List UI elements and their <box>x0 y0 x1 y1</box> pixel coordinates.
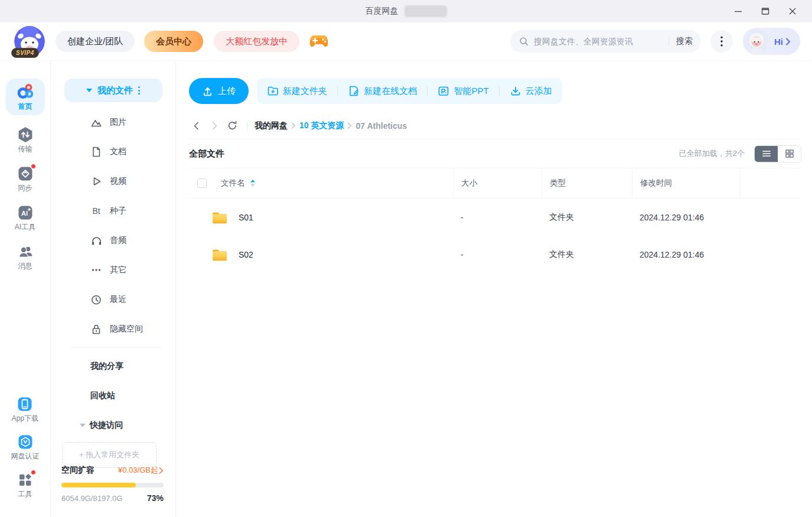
new-doc-icon <box>348 85 360 97</box>
red-packet-button[interactable]: 大额红包发放中 <box>214 31 299 52</box>
file-size: - <box>453 236 542 273</box>
sidebar-item-hidden-space[interactable]: 隐藏空间 <box>51 314 175 344</box>
column-name[interactable]: 文件名 <box>221 178 245 188</box>
upload-label: 上传 <box>218 86 236 97</box>
drop-folder-zone[interactable]: + 拖入常用文件夹 <box>62 442 156 468</box>
rail-item-tools[interactable]: 工具 <box>18 472 33 499</box>
rail-item-app-download[interactable]: App下载 <box>12 396 38 424</box>
user-avatar[interactable]: SVIP4 <box>14 26 45 57</box>
new-online-doc-label: 新建在线文档 <box>364 86 417 97</box>
greeting-text: Hi <box>774 37 783 47</box>
cloud-add-button[interactable]: 云添加 <box>510 85 552 97</box>
sidebar-item-other[interactable]: 其它 <box>51 255 175 285</box>
my-files-more-icon[interactable] <box>138 86 140 95</box>
sidebar-item-torrents[interactable]: Bt 种子 <box>51 196 175 226</box>
sidebar-item-my-share[interactable]: 我的分享 <box>51 352 175 381</box>
sidebar-item-recycle-bin[interactable]: 回收站 <box>51 381 175 411</box>
search-input[interactable] <box>534 37 661 46</box>
sidebar-item-my-files[interactable]: 我的文件 <box>64 79 162 102</box>
rail-item-sync[interactable]: 同步 <box>18 166 33 193</box>
toolbar: 上传 新建文件夹 <box>189 78 801 104</box>
search-button[interactable]: 搜索 <box>676 36 693 47</box>
table-row[interactable]: S01 - 文件夹 2024.12.29 01:46 <box>189 199 801 236</box>
table-row[interactable]: S02 - 文件夹 2024.12.29 01:46 <box>189 236 801 273</box>
titlebar[interactable]: 百度网盘 <box>0 0 812 22</box>
window-controls <box>725 0 806 22</box>
back-button[interactable] <box>189 118 204 134</box>
account-pill[interactable]: Hi <box>742 28 800 55</box>
storage-progress-fill <box>61 483 136 487</box>
maximize-button[interactable] <box>752 0 779 22</box>
member-center-button[interactable]: 会员中心 <box>144 31 203 52</box>
breadcrumb-row: 我的网盘 10 英文资源 07 Athleticus <box>189 112 801 139</box>
more-menu-button[interactable] <box>710 30 733 53</box>
ellipsis-icon <box>90 264 102 276</box>
refresh-icon <box>227 120 238 131</box>
new-folder-button[interactable]: 新建文件夹 <box>267 85 327 97</box>
tools-notification-dot <box>31 470 36 475</box>
sort-icon[interactable] <box>250 179 256 187</box>
column-size[interactable]: 大小 <box>453 168 542 198</box>
quick-access-header[interactable]: 快捷访问 <box>51 411 175 440</box>
smart-ppt-button[interactable]: 智能PPT <box>438 85 488 97</box>
forward-button[interactable] <box>207 118 222 134</box>
storage-progress-track <box>61 483 164 487</box>
column-modified[interactable]: 修改时间 <box>632 168 740 198</box>
close-button[interactable] <box>779 0 806 22</box>
search-bar[interactable]: 搜索 <box>510 30 701 53</box>
file-modified: 2024.12.29 01:46 <box>632 236 740 273</box>
kebab-menu-icon <box>720 36 723 47</box>
rail-item-messages[interactable]: 消息 <box>18 244 33 271</box>
rail-label-app-download: App下载 <box>12 414 38 424</box>
folder-icon <box>211 248 228 262</box>
ai-tools-icon: AI <box>18 205 33 220</box>
refresh-button[interactable] <box>224 118 240 134</box>
column-blank <box>740 168 801 198</box>
breadcrumb-separator-icon <box>347 122 352 129</box>
category-list: 图片 文档 视频 Bt 种子 <box>51 108 175 344</box>
list-view-button[interactable] <box>755 146 778 162</box>
file-size: - <box>453 199 542 236</box>
window-title: 百度网盘 <box>366 6 399 17</box>
storage-upgrade-link[interactable]: ¥0.03/GB起 <box>118 465 164 476</box>
select-all-checkbox[interactable] <box>197 178 207 188</box>
breadcrumb-item-root[interactable]: 我的网盘 <box>255 121 288 131</box>
category-label: 文档 <box>110 147 126 157</box>
search-divider <box>668 37 669 46</box>
maximize-icon <box>761 7 769 15</box>
sidebar-item-audio[interactable]: 音频 <box>51 226 175 255</box>
file-name: S02 <box>239 250 253 259</box>
new-online-doc-button[interactable]: 新建在线文档 <box>348 85 417 97</box>
category-label: 种子 <box>110 206 126 216</box>
action-separator <box>337 86 338 96</box>
rail-label-sync: 同步 <box>18 183 32 193</box>
grid-view-icon <box>785 149 794 158</box>
breadcrumb-item-parent[interactable]: 10 英文资源 <box>299 121 344 131</box>
chevron-left-icon <box>191 121 202 131</box>
game-center-button[interactable] <box>309 32 329 50</box>
sidebar-item-recent[interactable]: 最近 <box>51 285 175 314</box>
smart-ppt-label: 智能PPT <box>454 86 488 97</box>
breadcrumb-item-current: 07 Athleticus <box>356 121 407 131</box>
rail-label-messages: 消息 <box>18 261 32 271</box>
create-team-button[interactable]: 创建企业/团队 <box>56 31 135 52</box>
upload-button[interactable]: 上传 <box>189 78 249 104</box>
column-type[interactable]: 类型 <box>542 168 632 198</box>
cloud-add-icon <box>510 85 521 97</box>
grid-view-button[interactable] <box>778 146 801 162</box>
rail-item-home[interactable]: 首页 <box>6 79 45 115</box>
sidebar-item-videos[interactable]: 视频 <box>51 167 175 196</box>
load-status-text: 已全部加载，共2个 <box>679 148 745 159</box>
category-label: 音频 <box>110 235 126 246</box>
rail-item-certification[interactable]: 网盘认证 <box>11 434 40 461</box>
rail-item-transfer[interactable]: 传输 <box>18 127 33 154</box>
list-view-icon <box>762 150 771 157</box>
rail-label-ai-tools: AI工具 <box>15 222 35 232</box>
bt-icon: Bt <box>90 206 102 216</box>
sidebar-item-images[interactable]: 图片 <box>51 108 175 137</box>
minimize-button[interactable] <box>725 0 752 22</box>
rail-bottom-group: App下载 网盘认证 <box>11 396 40 499</box>
rail-item-ai-tools[interactable]: AI AI工具 <box>15 205 35 232</box>
breadcrumb-separator-icon <box>291 122 296 129</box>
sidebar-item-documents[interactable]: 文档 <box>51 137 175 167</box>
